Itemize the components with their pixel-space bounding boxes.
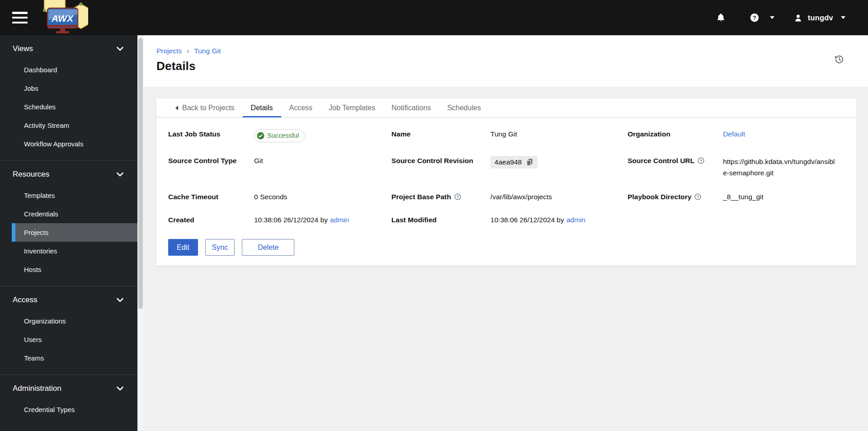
awx-logo-image: AWX [38, 0, 88, 34]
sidebar-item-credential-types[interactable]: Credential Types [0, 400, 137, 419]
field-source-control-type: Source Control Type Git [168, 156, 385, 178]
caret-left-icon [175, 106, 178, 110]
help-icon: ? [750, 13, 760, 23]
nav-toggle-button[interactable] [12, 12, 28, 23]
sidebar-item-hosts[interactable]: Hosts [0, 260, 137, 279]
field-label: Last Modified [392, 215, 437, 225]
field-last-modified: Last Modified 10:38:06 26/12/2024 byadmi… [392, 215, 621, 225]
created-by-user-link[interactable]: admin [330, 216, 349, 224]
sidebar-group-resources-header[interactable]: Resources [0, 161, 137, 186]
activity-history-button[interactable] [834, 54, 844, 66]
breadcrumb-projects-link[interactable]: Projects [156, 47, 182, 55]
copy-revision-button[interactable] [526, 158, 533, 166]
user-name: tungdv [808, 14, 833, 22]
help-popover-icon[interactable]: ? [694, 193, 701, 200]
field-value: 0 Seconds [254, 193, 287, 201]
details-list: Last Job Status Successful [156, 117, 856, 238]
main-content: Projects › Tung Git Details Back [144, 35, 868, 431]
tab-access[interactable]: Access [281, 98, 321, 117]
sidebar-group-label: Access [13, 295, 38, 305]
sidebar-item-projects[interactable]: Projects [12, 223, 137, 242]
help-menu[interactable]: ? [750, 13, 774, 23]
sidebar-scrollbar-thumb[interactable] [138, 38, 143, 309]
sidebar-item-activity-stream[interactable]: Activity Stream [0, 116, 137, 135]
field-source-control-url: Source Control URL ? https://github.kdat… [627, 156, 844, 178]
help-popover-icon[interactable]: ? [454, 193, 461, 200]
delete-button[interactable]: Delete [242, 239, 294, 256]
sidebar-group-label: Resources [13, 170, 49, 179]
page-title: Details [156, 59, 844, 73]
user-icon [793, 13, 803, 23]
page-header: Projects › Tung Git Details [144, 35, 868, 87]
success-check-icon [257, 132, 264, 140]
field-created: Created 10:38:06 26/12/2024 byadmin [168, 215, 385, 225]
chevron-down-icon [841, 16, 845, 19]
svg-text:?: ? [753, 14, 756, 21]
sidebar-group-views: Views Dashboard Jobs Schedules Activity … [0, 35, 137, 160]
field-organization: Organization Default [627, 129, 844, 142]
chevron-down-icon [116, 172, 124, 178]
sidebar-group-administration-header[interactable]: Administration [0, 375, 137, 400]
field-label: Last Job Status [168, 129, 220, 139]
revision-value: 4aea948 [495, 157, 522, 167]
sidebar-group-access-header[interactable]: Access [0, 286, 137, 312]
sidebar-group-label: Views [13, 44, 33, 53]
field-value: Git [254, 157, 263, 164]
svg-text:?: ? [700, 159, 702, 163]
tab-bar: Back to Projects Details Access Job Temp… [156, 98, 856, 117]
sidebar-item-jobs[interactable]: Jobs [0, 79, 137, 98]
field-value: _8__tung_git [723, 193, 764, 201]
bell-icon [716, 12, 726, 23]
sidebar-item-schedules[interactable]: Schedules [0, 98, 137, 116]
tab-schedules[interactable]: Schedules [439, 98, 489, 117]
field-project-base-path: Project Base Path ? /var/lib/awx/project… [392, 192, 621, 201]
awx-logo[interactable]: AWX [38, 0, 88, 35]
breadcrumb-tung-git-link[interactable]: Tung Git [194, 47, 221, 55]
tab-notifications[interactable]: Notifications [383, 98, 439, 117]
edit-button[interactable]: Edit [168, 239, 198, 256]
sidebar-item-organizations[interactable]: Organizations [0, 312, 137, 330]
organization-link[interactable]: Default [723, 130, 745, 138]
sidebar-item-teams[interactable]: Teams [0, 349, 137, 367]
sidebar-scrollbar[interactable] [137, 35, 144, 431]
field-playbook-directory: Playbook Directory ? _8__tung_git [627, 192, 844, 201]
content-body: Back to Projects Details Access Job Temp… [144, 87, 868, 431]
field-label: Name [392, 129, 410, 139]
chevron-down-icon [770, 16, 774, 19]
field-name: Name Tung Git [392, 129, 621, 142]
sidebar-group-views-header[interactable]: Views [0, 35, 137, 61]
tab-details[interactable]: Details [243, 98, 281, 117]
action-buttons: Edit Sync Delete [156, 238, 856, 266]
chevron-down-icon [116, 297, 124, 303]
sidebar-item-templates[interactable]: Templates [0, 186, 137, 205]
hamburger-icon [12, 12, 28, 14]
field-value: Tung Git [491, 130, 517, 138]
tab-job-templates[interactable]: Job Templates [321, 98, 383, 117]
sidebar-item-workflow-approvals[interactable]: Workflow Approvals [0, 135, 137, 153]
awx-logo-text: AWX [51, 13, 74, 23]
help-popover-icon[interactable]: ? [698, 157, 704, 164]
field-label: Source Control URL [627, 156, 694, 165]
sidebar-item-dashboard[interactable]: Dashboard [0, 61, 137, 79]
status-text: Successful [267, 131, 299, 141]
sidebar-item-inventories[interactable]: Inventories [0, 242, 137, 260]
sidebar-item-credentials[interactable]: Credentials [0, 205, 137, 223]
history-icon [834, 54, 844, 65]
tab-back-to-projects[interactable]: Back to Projects [167, 98, 243, 117]
user-menu[interactable]: tungdv [793, 13, 845, 23]
sidebar-item-users[interactable]: Users [0, 330, 137, 349]
copy-icon [526, 158, 533, 166]
field-last-job-status: Last Job Status Successful [168, 129, 385, 142]
masthead: AWX ? tungdv [0, 0, 868, 35]
status-badge[interactable]: Successful [254, 129, 305, 142]
breadcrumb-separator-icon: › [187, 47, 189, 55]
field-value: https://github.kdata.vn/tungdv/ansible-s… [723, 158, 835, 177]
revision-chip: 4aea948 [491, 156, 538, 169]
sidebar-group-resources: Resources Templates Credentials Projects… [0, 160, 137, 286]
notifications-button[interactable] [716, 12, 726, 23]
field-label: Cache Timeout [168, 192, 218, 201]
field-value: 10:38:06 26/12/2024 by [491, 216, 564, 224]
modified-by-user-link[interactable]: admin [566, 216, 585, 224]
sync-button[interactable]: Sync [205, 239, 235, 256]
field-source-control-revision: Source Control Revision 4aea948 [392, 156, 621, 178]
